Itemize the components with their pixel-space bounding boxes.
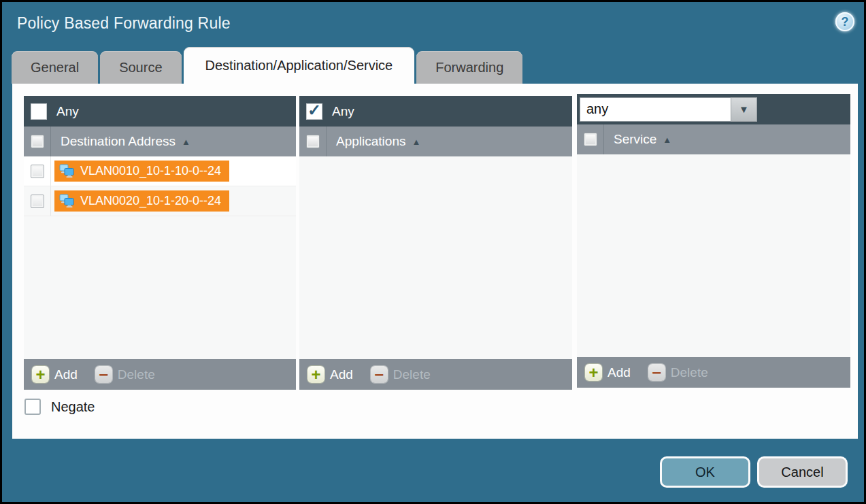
- sort-ascending-icon[interactable]: ▲: [663, 135, 671, 145]
- service-dropdown-button[interactable]: ▼: [731, 97, 757, 122]
- destination-row2-checkbox[interactable]: [31, 195, 44, 208]
- destination-any-label: Any: [56, 104, 79, 119]
- destination-footer: + Add − Delete: [24, 359, 296, 390]
- dialog-title: Policy Based Forwarding Rule: [17, 14, 231, 33]
- delete-icon[interactable]: −: [371, 366, 388, 383]
- service-list: [577, 154, 850, 357]
- ok-button[interactable]: OK: [660, 456, 750, 488]
- service-panel: any ▼ Service ▲ + Add − Delete: [577, 94, 850, 388]
- destination-column-label[interactable]: Destination Address: [61, 134, 176, 149]
- applications-any-bar: ✓ Any: [299, 96, 572, 127]
- service-any-bar: any ▼: [577, 94, 850, 124]
- checkmark-icon: ✓: [307, 102, 321, 118]
- destination-address-panel: Any Destination Address ▲: [24, 96, 296, 390]
- applications-column-label[interactable]: Applications: [336, 134, 405, 149]
- service-add-button[interactable]: Add: [607, 365, 631, 380]
- service-column-label[interactable]: Service: [614, 132, 656, 147]
- add-icon[interactable]: +: [307, 366, 324, 383]
- add-icon[interactable]: +: [585, 364, 602, 381]
- applications-panel: ✓ Any Applications ▲ + Add − Delete: [299, 96, 572, 390]
- chevron-down-icon: ▼: [739, 103, 749, 115]
- delete-icon[interactable]: −: [95, 366, 112, 383]
- destination-any-bar: Any: [24, 96, 296, 127]
- negate-group: Negate: [24, 399, 95, 415]
- add-icon[interactable]: +: [32, 366, 49, 383]
- applications-delete-button[interactable]: Delete: [393, 367, 431, 382]
- applications-list: [299, 156, 572, 359]
- applications-add-button[interactable]: Add: [330, 367, 353, 382]
- applications-any-checkbox[interactable]: ✓: [306, 103, 322, 120]
- sort-ascending-icon[interactable]: ▲: [412, 137, 420, 147]
- sort-ascending-icon[interactable]: ▲: [182, 137, 190, 147]
- destination-delete-button[interactable]: Delete: [118, 367, 155, 382]
- service-select-all-checkbox[interactable]: [584, 133, 597, 146]
- table-row: VLAN0020_10-1-20-0--24: [24, 186, 296, 216]
- service-dropdown-value[interactable]: any: [580, 97, 731, 122]
- destination-item-vlan0020[interactable]: VLAN0020_10-1-20-0--24: [54, 190, 229, 212]
- network-address-icon: [59, 164, 75, 179]
- help-icon[interactable]: ?: [835, 12, 854, 31]
- tab-content: Any Destination Address ▲: [12, 84, 858, 439]
- service-footer: + Add − Delete: [577, 357, 850, 388]
- destination-item-vlan0010[interactable]: VLAN0010_10-1-10-0--24: [54, 161, 229, 182]
- destination-item-label: VLAN0010_10-1-10-0--24: [80, 164, 221, 178]
- tab-general[interactable]: General: [12, 51, 98, 84]
- table-row: VLAN0010_10-1-10-0--24: [24, 156, 296, 186]
- destination-item-label: VLAN0020_10-1-20-0--24: [80, 194, 221, 208]
- delete-icon[interactable]: −: [648, 364, 665, 381]
- negate-label: Negate: [51, 399, 95, 415]
- service-delete-button[interactable]: Delete: [671, 365, 708, 380]
- destination-select-all-checkbox[interactable]: [31, 135, 44, 148]
- cancel-button[interactable]: Cancel: [757, 456, 848, 488]
- applications-any-label: Any: [332, 104, 354, 119]
- service-dropdown[interactable]: any ▼: [580, 97, 757, 122]
- destination-any-checkbox[interactable]: [31, 103, 47, 120]
- destination-column-header: Destination Address ▲: [24, 127, 296, 156]
- negate-checkbox[interactable]: [24, 399, 41, 415]
- service-column-header: Service ▲: [577, 124, 850, 154]
- tab-bar: General Source Destination/Application/S…: [12, 47, 522, 84]
- tab-source[interactable]: Source: [100, 51, 181, 84]
- applications-column-header: Applications ▲: [299, 127, 572, 156]
- network-address-icon: [59, 194, 75, 209]
- policy-based-forwarding-dialog: Policy Based Forwarding Rule ? General S…: [0, 0, 866, 504]
- applications-select-all-checkbox[interactable]: [306, 135, 320, 148]
- destination-add-button[interactable]: Add: [54, 367, 78, 382]
- tab-destination-application-service[interactable]: Destination/Application/Service: [184, 47, 415, 84]
- destination-row1-checkbox[interactable]: [31, 165, 44, 178]
- applications-footer: + Add − Delete: [299, 359, 572, 390]
- destination-list: VLAN0010_10-1-10-0--24: [24, 156, 296, 359]
- tab-forwarding[interactable]: Forwarding: [416, 51, 522, 84]
